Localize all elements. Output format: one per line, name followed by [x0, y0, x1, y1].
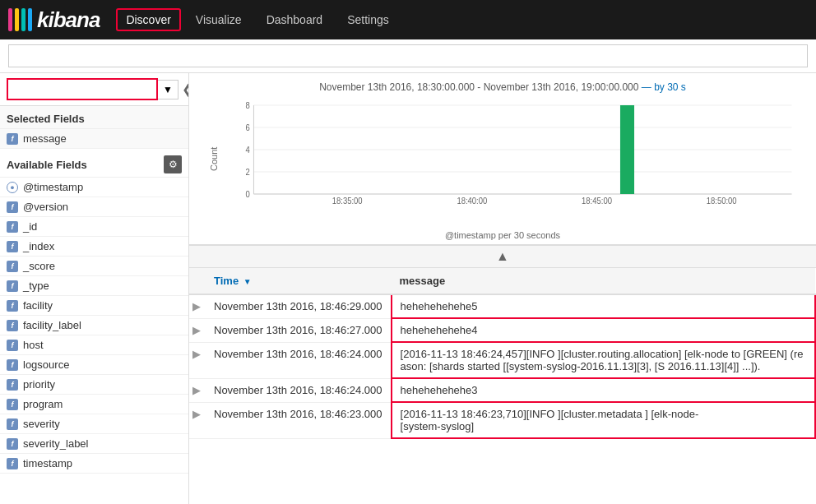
- top-nav: kibana Discover Visualize Dashboard Sett…: [0, 0, 816, 39]
- message-cell: hehehehehehe4: [392, 318, 815, 342]
- svg-text:18:50:00: 18:50:00: [707, 197, 737, 204]
- available-field-timestamp[interactable]: ● @timestamp: [0, 178, 188, 197]
- svg-rect-16: [620, 105, 634, 194]
- field-icon-host: f: [7, 340, 18, 351]
- available-field-program[interactable]: f program: [0, 395, 188, 414]
- logo-bars: [8, 8, 32, 31]
- field-name-facility-label: facility_label: [23, 319, 81, 331]
- field-name-severity-label: severity_label: [23, 437, 89, 450]
- message-cell: hehehehehehe5: [392, 294, 815, 318]
- logo-bar-3: [21, 8, 26, 31]
- search-input[interactable]: *: [8, 44, 808, 67]
- available-field-severity-label[interactable]: f severity_label: [0, 434, 188, 454]
- table-row: ▶ November 13th 2016, 18:46:24.000 [2016…: [189, 342, 815, 378]
- available-field-host[interactable]: f host: [0, 335, 188, 355]
- svg-text:8: 8: [245, 101, 249, 110]
- svg-text:6: 6: [245, 123, 249, 132]
- time-cell: November 13th 2016, 18:46:29.000: [206, 294, 392, 318]
- selected-fields-title: Selected Fields: [0, 106, 188, 129]
- index-dropdown-button[interactable]: ▼: [158, 80, 178, 99]
- field-icon-priority: f: [7, 379, 18, 391]
- field-name-facility: facility: [23, 299, 53, 312]
- chevron-up-icon: ▲: [496, 249, 509, 263]
- logo: kibana: [8, 7, 100, 33]
- collapse-chart-button[interactable]: ▲: [189, 245, 816, 268]
- expand-button[interactable]: ▶: [189, 342, 206, 378]
- message-cell: hehehehehehe3: [392, 378, 815, 402]
- available-field-facility-label[interactable]: f facility_label: [0, 316, 188, 335]
- table-area: Time ▼ message ▶ November 13th 2016, 18:…: [189, 268, 816, 504]
- message-col-header: message: [392, 268, 815, 294]
- available-field-index[interactable]: f _index: [0, 237, 188, 257]
- index-input[interactable]: system-syslog*: [7, 78, 158, 100]
- field-name-version: @version: [23, 201, 68, 213]
- field-icon-message: f: [7, 133, 18, 145]
- sort-down-icon: ▼: [243, 277, 252, 286]
- message-cell: [2016-11-13 18:46:23,710][INFO ][cluster…: [392, 402, 815, 438]
- table-row: ▶ November 13th 2016, 18:46:27.000 heheh…: [189, 318, 815, 342]
- chart-container: Count 0 2 4 6 8: [206, 97, 800, 229]
- logo-text: kibana: [37, 7, 100, 33]
- field-name-priority: priority: [23, 378, 55, 391]
- content-area: November 13th 2016, 18:30:00.000 - Novem…: [189, 73, 816, 504]
- field-icon-severity-label: f: [7, 438, 18, 450]
- time-cell: November 13th 2016, 18:46:24.000: [206, 342, 392, 378]
- logo-bar-1: [8, 8, 12, 31]
- field-name-score: _score: [23, 260, 55, 272]
- sidebar: system-syslog* ▼ ❮ Selected Fields f mes…: [0, 73, 189, 504]
- available-field-version[interactable]: f @version: [0, 197, 188, 217]
- field-icon-index: f: [7, 241, 18, 252]
- results-table: Time ▼ message ▶ November 13th 2016, 18:…: [189, 268, 816, 439]
- chart-y-label: Count: [209, 155, 219, 171]
- available-field-id[interactable]: f _id: [0, 217, 188, 237]
- field-name-program: program: [23, 398, 63, 410]
- main-layout: system-syslog* ▼ ❮ Selected Fields f mes…: [0, 73, 816, 504]
- available-field-score[interactable]: f _score: [0, 257, 188, 276]
- expand-button[interactable]: ▶: [189, 294, 206, 318]
- field-icon-program: f: [7, 399, 18, 410]
- time-cell: November 13th 2016, 18:46:23.000: [206, 402, 392, 438]
- nav-visualize[interactable]: Visualize: [186, 8, 252, 31]
- field-name-index: _index: [23, 240, 54, 252]
- message-col-label: message: [400, 275, 446, 287]
- time-cell: November 13th 2016, 18:46:24.000: [206, 378, 392, 402]
- time-col-label: Time: [214, 275, 239, 287]
- table-row: ▶ November 13th 2016, 18:46:23.000 [2016…: [189, 402, 815, 438]
- gear-button[interactable]: ⚙: [164, 155, 182, 173]
- available-field-severity[interactable]: f severity: [0, 414, 188, 434]
- expand-button[interactable]: ▶: [189, 378, 206, 402]
- nav-dashboard[interactable]: Dashboard: [257, 8, 333, 31]
- field-name-id: _id: [23, 220, 37, 233]
- chart-area: November 13th 2016, 18:30:00.000 - Novem…: [189, 73, 816, 245]
- field-name-timestamp2: timestamp: [23, 457, 72, 469]
- table-row: ▶ November 13th 2016, 18:46:24.000 heheh…: [189, 378, 815, 402]
- nav-links: Discover Visualize Dashboard Settings: [116, 8, 398, 31]
- field-name-timestamp: @timestamp: [23, 181, 83, 193]
- time-range-text: November 13th 2016, 18:30:00.000 - Novem…: [319, 81, 638, 93]
- selected-field-message[interactable]: f message: [0, 129, 188, 149]
- selected-fields-section: Selected Fields f message: [0, 106, 188, 149]
- nav-discover[interactable]: Discover: [116, 8, 180, 31]
- nav-settings[interactable]: Settings: [337, 8, 399, 31]
- available-field-facility[interactable]: f facility: [0, 296, 188, 316]
- expand-button[interactable]: ▶: [189, 318, 206, 342]
- sidebar-collapse-button[interactable]: ❮: [182, 81, 189, 97]
- x-axis-label: @timestamp per 30 seconds: [206, 230, 800, 240]
- field-icon-score: f: [7, 261, 18, 272]
- field-icon-type: f: [7, 280, 18, 292]
- available-field-type[interactable]: f _type: [0, 276, 188, 296]
- field-icon-severity: f: [7, 418, 18, 430]
- expand-button[interactable]: ▶: [189, 402, 206, 438]
- field-name-host: host: [23, 339, 44, 351]
- svg-text:18:45:00: 18:45:00: [582, 197, 612, 204]
- available-field-timestamp2[interactable]: f timestamp: [0, 454, 188, 474]
- field-name-message: message: [23, 132, 67, 145]
- svg-text:4: 4: [245, 146, 250, 155]
- available-field-priority[interactable]: f priority: [0, 375, 188, 395]
- field-icon-id: f: [7, 221, 18, 233]
- available-field-logsource[interactable]: f logsource: [0, 355, 188, 375]
- available-fields-title: Available Fields: [7, 159, 87, 171]
- field-icon-version: f: [7, 201, 18, 213]
- time-range-link[interactable]: — by 30 s: [642, 81, 686, 93]
- time-col-header[interactable]: Time ▼: [206, 268, 392, 294]
